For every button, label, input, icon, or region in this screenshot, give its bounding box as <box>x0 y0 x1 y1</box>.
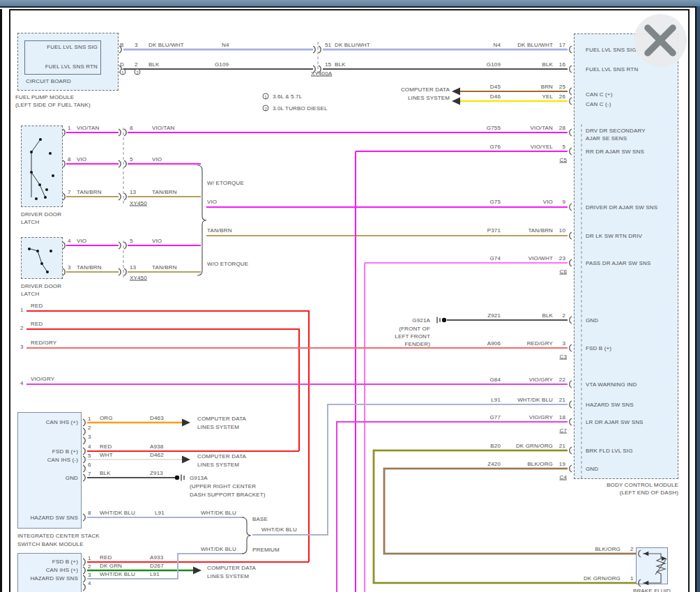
pin-arc <box>570 46 572 53</box>
pin-arc <box>319 46 321 53</box>
pin-arc <box>124 160 126 167</box>
wire <box>384 469 636 554</box>
pin-arc <box>570 232 572 239</box>
pin-arc <box>570 148 572 155</box>
pin-arc <box>119 193 121 200</box>
pin-arc <box>119 242 121 249</box>
pin-arc <box>570 98 572 105</box>
pin-arc <box>83 567 85 574</box>
pin-arc <box>313 66 315 73</box>
pin-arc <box>63 268 65 275</box>
wires-layer <box>0 0 700 592</box>
pin-arc <box>570 447 572 454</box>
latch-switch-contact <box>46 271 49 273</box>
pin-arc <box>570 259 572 266</box>
wire <box>87 554 244 579</box>
latch-switch-symbol <box>38 251 47 272</box>
option-brace <box>242 517 251 554</box>
latch-switch-contact <box>40 262 43 265</box>
pin-arc <box>63 129 65 136</box>
pin-arc <box>119 160 121 167</box>
pin-arc <box>570 317 572 324</box>
pin-arc <box>570 204 572 211</box>
latch-switch-contact <box>30 151 33 153</box>
wire <box>374 450 636 583</box>
pin-arc <box>124 242 126 249</box>
latch-switch-contact <box>30 171 33 174</box>
latch-switch-symbol <box>31 139 40 197</box>
pin-arc <box>570 344 572 351</box>
pin-arc <box>83 456 85 463</box>
pin-arc <box>119 46 121 53</box>
latch-switch-contact <box>52 174 54 177</box>
flow-arrow-icon <box>182 456 190 464</box>
pin-arc <box>570 465 572 472</box>
pin-arc <box>83 559 85 566</box>
pin-arc <box>83 419 85 426</box>
pin-arc <box>570 66 572 73</box>
flow-arrow-icon <box>644 581 648 586</box>
pin-arc <box>63 160 65 167</box>
flow-arrow-icon <box>644 552 648 556</box>
pin-arc <box>83 428 85 435</box>
pin-arc <box>639 550 641 557</box>
pin-arc <box>570 418 572 425</box>
pin-arc <box>63 242 65 249</box>
pin-arc <box>639 579 641 586</box>
latch-switch-contact <box>45 188 48 191</box>
wire-stripe <box>374 450 636 583</box>
pin-arc <box>570 129 572 136</box>
wire-stripe <box>384 469 636 554</box>
pin-arc <box>83 437 85 444</box>
pin-arc <box>63 193 65 200</box>
close-button[interactable] <box>634 14 687 67</box>
latch-switch-contact <box>35 197 38 200</box>
pin-arc <box>83 465 85 472</box>
pin-arc <box>83 448 85 455</box>
latch-switch-contact <box>39 138 42 141</box>
latch-switch-contact <box>44 196 47 199</box>
window-right-edge <box>695 6 700 592</box>
pin-arc <box>119 129 121 136</box>
pin-arc <box>83 584 85 591</box>
pin-arc <box>570 401 572 408</box>
pin-arc <box>83 575 85 582</box>
pin-arc <box>124 193 126 200</box>
pin-arc <box>319 66 321 73</box>
wiring-diagram-viewer: FUEL LVL SNS SIGFUEL LVL SNS RTNCIRCUIT … <box>0 0 700 592</box>
option-brace <box>197 165 206 275</box>
pin-arc <box>119 268 121 275</box>
pin-arc <box>570 381 572 388</box>
latch-switch-contact <box>50 250 52 252</box>
window-top-bar <box>0 0 700 8</box>
ground-icon <box>442 318 446 322</box>
pin-arc <box>570 88 572 95</box>
latch-switch-contact <box>36 250 39 252</box>
latch-switch-contact <box>38 183 41 186</box>
latch-switch-contact <box>49 152 52 155</box>
ground-icon <box>175 476 179 480</box>
flow-arrow-icon <box>193 567 201 575</box>
pin-arc <box>124 268 126 275</box>
pin-arc <box>83 474 85 481</box>
flow-arrow-icon <box>182 419 190 427</box>
wire <box>337 422 568 592</box>
flow-arrow-icon <box>452 98 460 105</box>
latch-switch-contact <box>28 248 31 250</box>
x-icon <box>634 14 687 67</box>
pin-arc <box>313 46 315 53</box>
pin-arc <box>119 66 121 73</box>
pin-arc <box>124 129 126 136</box>
flow-arrow-icon <box>452 88 460 96</box>
pin-arc <box>83 514 85 521</box>
